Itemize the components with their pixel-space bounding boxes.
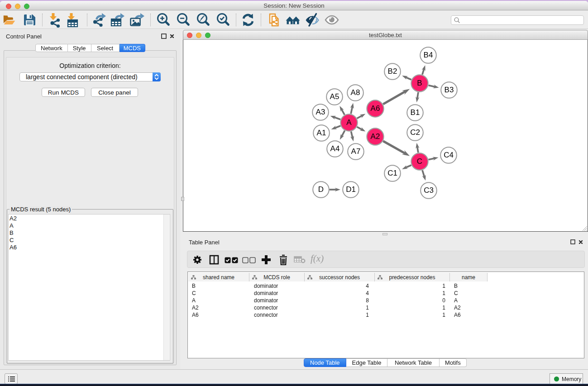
svg-text:D1: D1 (346, 185, 356, 194)
svg-text:A2: A2 (371, 132, 380, 141)
svg-text:B1: B1 (411, 108, 420, 117)
svg-text:A4: A4 (330, 144, 340, 153)
svg-text:D: D (318, 185, 324, 194)
svg-text:A3: A3 (316, 108, 325, 116)
svg-text:A6: A6 (371, 104, 380, 113)
svg-text:B2: B2 (388, 67, 397, 76)
svg-text:B4: B4 (424, 51, 433, 59)
svg-text:A8: A8 (351, 88, 360, 97)
svg-text:C2: C2 (410, 128, 420, 137)
svg-text:C: C (417, 157, 422, 166)
svg-text:C1: C1 (387, 169, 397, 177)
svg-text:A5: A5 (330, 92, 339, 101)
svg-text:C4: C4 (444, 151, 454, 159)
svg-text:A: A (346, 118, 352, 127)
svg-text:A7: A7 (351, 147, 361, 156)
svg-text:B3: B3 (445, 86, 454, 94)
svg-text:A1: A1 (317, 129, 326, 137)
svg-text:C3: C3 (424, 186, 434, 195)
svg-text:B: B (417, 79, 422, 87)
